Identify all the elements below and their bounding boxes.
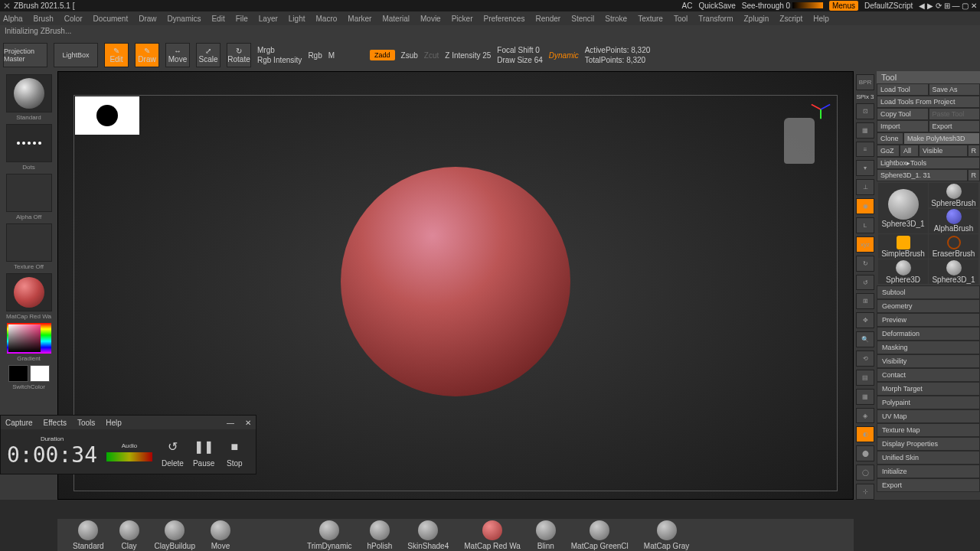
material-standard[interactable]: Standard [73, 520, 104, 550]
current-tool-label[interactable]: Sphere3D_1. 31 [877, 169, 968, 181]
section-initialize[interactable]: Initialize [877, 465, 980, 478]
menu-help[interactable]: Help [813, 15, 829, 23]
sphere-mesh[interactable] [341, 167, 570, 396]
effects-menu[interactable]: Effects [44, 419, 67, 427]
draw-button[interactable]: ✎Draw [135, 43, 159, 67]
menu-light[interactable]: Light [289, 15, 305, 23]
section-subtool[interactable]: Subtool [877, 285, 980, 299]
projection-master-button[interactable]: Projection Master [3, 43, 47, 67]
bpr-button[interactable]: BPR [856, 74, 874, 90]
edit-button[interactable]: ✎Edit [104, 43, 129, 67]
menu-render[interactable]: Render [535, 15, 560, 23]
persp-button[interactable]: ≡ [856, 142, 874, 158]
axis-gizmo[interactable] [810, 99, 831, 120]
material-trimdynamic[interactable]: TrimDynamic [307, 520, 352, 550]
goz-r-button[interactable]: R [968, 145, 981, 157]
tool-thumb[interactable]: SimpleBrush [878, 234, 928, 259]
cam-y-button[interactable]: ↻ [856, 256, 874, 272]
tool-thumb[interactable]: Sphere3D_1 [929, 259, 978, 284]
make-polymesh-button[interactable]: Make PolyMesh3D [903, 132, 980, 145]
section-masking[interactable]: Masking [877, 341, 980, 354]
section-visibility[interactable]: Visibility [877, 354, 980, 368]
scale-button[interactable]: ⤢Scale [196, 43, 220, 67]
menu-macro[interactable]: Macro [316, 15, 338, 23]
paste-tool-button[interactable]: Paste Tool [929, 108, 981, 120]
default-script[interactable]: DefaultZScript [864, 2, 913, 10]
move-button[interactable]: ↔Move [165, 43, 190, 67]
local-button[interactable]: ◉ [856, 198, 874, 214]
zoom-button[interactable]: 🔍 [856, 331, 874, 347]
menu-material[interactable]: Material [382, 15, 410, 23]
tool-thumb[interactable]: AlphaBrush [929, 209, 978, 233]
menu-brush[interactable]: Brush [34, 15, 54, 23]
spix[interactable]: SPix 3 [856, 93, 874, 100]
quicksave-button[interactable]: QuickSave [698, 2, 735, 10]
xpose-button[interactable]: ⊹ [856, 484, 874, 500]
material-matcap gray[interactable]: MatCap Gray [644, 520, 689, 550]
cam-z-button[interactable]: ↺ [856, 275, 874, 291]
color-swatches[interactable] [8, 365, 50, 382]
linefill-button[interactable]: ▤ [856, 370, 874, 386]
floor-button[interactable]: ▾ [856, 160, 874, 176]
frame-button[interactable]: ⊞ [856, 293, 874, 309]
material-slot[interactable] [6, 273, 52, 311]
alpha-slot[interactable] [6, 174, 52, 212]
lightbox-tools-button[interactable]: Lightbox▸Tools [877, 157, 980, 169]
brush-slot[interactable] [6, 74, 52, 112]
minimize-icon[interactable]: — [227, 419, 234, 427]
zsub-button[interactable]: Zsub [401, 51, 418, 60]
menu-draw[interactable]: Draw [139, 15, 156, 23]
export-button[interactable]: Export [929, 120, 981, 132]
menu-texture[interactable]: Texture [638, 15, 663, 23]
material-hpolish[interactable]: hPolish [367, 520, 392, 550]
stroke-slot[interactable] [6, 124, 52, 162]
section-texture-map[interactable]: Texture Map [877, 423, 980, 437]
tool-thumb[interactable]: Sphere3D_1 [878, 183, 928, 233]
menu-dynamics[interactable]: Dynamics [168, 15, 201, 23]
seethrough-slider[interactable]: See-through 0 [742, 2, 823, 10]
menu-zplugin[interactable]: Zplugin [744, 15, 769, 23]
goz-visible-button[interactable]: Visible [919, 145, 968, 157]
polyf-button[interactable]: ▦ [856, 389, 874, 405]
section-geometry[interactable]: Geometry [877, 299, 980, 313]
lightbox-button[interactable]: LightBox [54, 43, 98, 67]
color-picker[interactable] [7, 323, 51, 354]
menu-preferences[interactable]: Preferences [483, 15, 524, 23]
zcut-button[interactable]: Zcut [424, 51, 439, 60]
section-polypaint[interactable]: Polypaint [877, 396, 980, 409]
pause-button[interactable]: ❚❚Pause [193, 436, 214, 468]
section-deformation[interactable]: Deformation [877, 327, 980, 341]
focal-shift[interactable]: Focal Shift 0 [497, 46, 542, 54]
menu-edit[interactable]: Edit [211, 15, 224, 23]
tool-r-button[interactable]: R [968, 169, 981, 181]
rotate-button[interactable]: ↻Rotate [227, 43, 251, 67]
window-controls[interactable]: ◀ ▶ ⟳ ⊞ — ▢ ✕ [919, 2, 977, 10]
floor2-button[interactable]: ⊥ [856, 179, 874, 195]
menu-marker[interactable]: Marker [348, 15, 371, 23]
xyz-button[interactable]: xyz [856, 236, 874, 253]
stop-button[interactable]: ■Stop [224, 436, 245, 468]
clone-button[interactable]: Clone [877, 132, 903, 145]
menu-color[interactable]: Color [64, 15, 83, 23]
menu-zscript[interactable]: Zscript [779, 15, 802, 23]
help-menu[interactable]: Help [106, 419, 122, 427]
section-preview[interactable]: Preview [877, 313, 980, 327]
texture-slot[interactable] [6, 223, 52, 262]
menu-file[interactable]: File [236, 15, 248, 23]
draw-size[interactable]: Draw Size 64 [497, 56, 542, 64]
section-contact[interactable]: Contact [877, 368, 980, 382]
material-skinshade4[interactable]: SkinShade4 [407, 520, 449, 550]
tool-thumb[interactable]: Sphere3D [878, 259, 928, 284]
close-icon[interactable]: ✕ [3, 1, 11, 11]
delete-button[interactable]: ↺Delete [162, 436, 184, 468]
save-as-button[interactable]: Save As [929, 83, 981, 96]
ghost-button[interactable]: ◐ [856, 426, 874, 442]
menu-document[interactable]: Document [93, 15, 129, 23]
material-move[interactable]: Move [211, 520, 230, 550]
zadd-button[interactable]: Zadd [370, 50, 395, 60]
rgb[interactable]: Rgb [308, 51, 322, 60]
menu-picker[interactable]: Picker [452, 15, 473, 23]
transp-button[interactable]: ◈ [856, 408, 874, 424]
import-button[interactable]: Import [877, 120, 929, 132]
lsym-button[interactable]: L [856, 217, 874, 233]
